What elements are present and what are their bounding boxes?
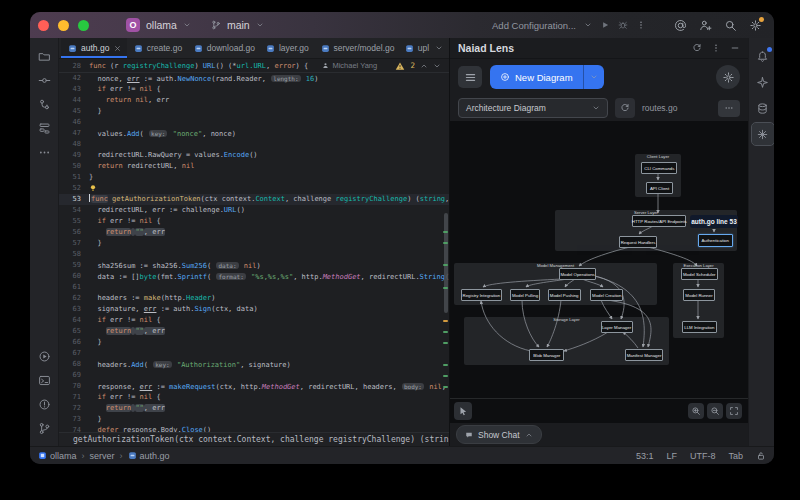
ai-assistant-icon[interactable] (752, 71, 774, 93)
code-line[interactable]: 70 response, err := makeRequest(ctx, htt… (59, 381, 449, 392)
panel-refresh-icon[interactable] (692, 43, 702, 53)
code-line[interactable]: 55 if err != nil { (59, 216, 449, 227)
git-branch-icon[interactable] (33, 417, 55, 439)
diagram-node-request-handlers[interactable]: Request Handlers (619, 236, 657, 248)
prev-warning-icon[interactable] (420, 62, 428, 70)
code-line[interactable]: 61 (59, 282, 449, 293)
next-warning-icon[interactable] (433, 62, 441, 70)
diagram-node-api-client[interactable]: API Client (646, 182, 673, 194)
code-line[interactable]: 68 headers.Add( key: "Authorization", si… (59, 359, 449, 370)
run-icon[interactable] (600, 20, 610, 30)
code-line[interactable]: 44 return nil, err (59, 95, 449, 106)
code-line[interactable]: 60 data := []byte(fmt.Sprintf( format: "… (59, 271, 449, 282)
close-window-button[interactable] (38, 20, 49, 31)
settings-gear-icon[interactable] (749, 19, 762, 32)
encoding[interactable]: UTF-8 (690, 451, 716, 461)
diagram-canvas[interactable]: Client LayerServer LayerModel Management… (450, 121, 748, 423)
code-line[interactable]: 62 headers := make(http.Header) (59, 293, 449, 304)
diagram-node-model-operations[interactable]: Model Operations (559, 268, 596, 280)
project-name[interactable]: ollama (146, 19, 177, 31)
code-line[interactable]: 45 } (59, 106, 449, 117)
code-line[interactable]: 72 return "", err (59, 403, 449, 414)
code-line[interactable]: 48 (59, 139, 449, 150)
code-line[interactable]: 67 (59, 348, 449, 359)
more-actions-icon[interactable] (636, 20, 646, 30)
tab-download-go[interactable]: download.go (187, 38, 259, 58)
diagram-node-manifest-manager[interactable]: Manifest Manager (625, 349, 663, 361)
code-line[interactable]: 64 if err != nil { (59, 315, 449, 326)
editor-scrollbar[interactable] (444, 213, 448, 313)
code-line[interactable]: 56 return "", err (59, 227, 449, 238)
menu-button[interactable] (458, 66, 482, 88)
diagram-node-blob-manager[interactable]: Blob Manager (529, 349, 564, 361)
diagram-node-registry-integration[interactable]: Registry Integration (461, 289, 502, 301)
code-line[interactable]: 52 (59, 183, 449, 194)
tab-create-go[interactable]: create.go (127, 38, 187, 58)
diagram-node-model-scheduler[interactable]: Model Scheduler (681, 268, 718, 280)
close-tab-icon[interactable] (113, 44, 122, 53)
code-line[interactable]: 51} (59, 172, 449, 183)
diagram-node-layer-manager[interactable]: Layer Manager (601, 321, 633, 333)
line-ending[interactable]: LF (666, 451, 677, 461)
problems-icon[interactable] (33, 393, 55, 415)
fit-to-screen-button[interactable] (726, 403, 742, 419)
code-line[interactable]: 50 return redirectURL, nil (59, 161, 449, 172)
cursor-tool-button[interactable] (454, 402, 472, 420)
breadcrumb-item[interactable]: server (90, 451, 115, 461)
code-line[interactable]: 47 values.Add( key: "nonce", nonce) (59, 128, 449, 139)
search-everywhere-icon[interactable] (724, 19, 737, 32)
diagram-node-http-routes[interactable]: HTTP Routes/API Endpoints (632, 215, 686, 227)
code-line[interactable]: 57 } (59, 238, 449, 249)
code-line[interactable]: 59 sha256sum := sha256.Sum256( data: nil… (59, 260, 449, 271)
run-configuration-select[interactable]: Add Configuration... (492, 20, 576, 31)
zoom-window-button[interactable] (78, 20, 89, 31)
sync-button[interactable] (615, 98, 635, 118)
run-icon[interactable] (33, 345, 55, 367)
zoom-out-button[interactable] (707, 403, 723, 419)
panel-kebab-icon[interactable] (711, 43, 721, 53)
code-editor[interactable]: 42 nonce, err := auth.NewNonce(rand.Read… (59, 73, 449, 432)
diagram-node-model-creation[interactable]: Model Creation (590, 289, 623, 301)
code-line[interactable]: 74 defer response.Body.Close() (59, 425, 449, 432)
terminal-icon[interactable] (33, 369, 55, 391)
indent-style[interactable]: Tab (728, 451, 743, 461)
code-line[interactable]: 53func getAuthorizationToken(ctx context… (59, 194, 449, 205)
minimize-window-button[interactable] (58, 20, 69, 31)
code-line[interactable]: 69 (59, 370, 449, 381)
at-icon[interactable] (674, 19, 687, 32)
code-line[interactable]: 49 redirectURL.RawQuery = values.Encode(… (59, 150, 449, 161)
debug-icon[interactable] (618, 20, 628, 30)
naiad-lens-icon[interactable] (752, 123, 774, 145)
structure-icon[interactable] (33, 117, 55, 139)
code-line[interactable]: 54 redirectURL, err := challenge.URL() (59, 205, 449, 216)
panel-minus-icon[interactable] (730, 43, 740, 53)
warning-icon[interactable] (395, 61, 405, 71)
tab-layer-go[interactable]: layer.go (259, 38, 314, 58)
diagram-node-cli-commands[interactable]: CLI Commands (641, 162, 677, 174)
new-diagram-dropdown[interactable] (583, 65, 604, 89)
lens-settings-button[interactable] (716, 65, 740, 89)
database-icon[interactable] (752, 97, 774, 119)
sticky-function-header[interactable]: 28 func (r registryChallenge) URL() (*ur… (59, 59, 449, 73)
intention-bulb-icon[interactable] (89, 184, 97, 192)
caret-position[interactable]: 53:1 (636, 451, 654, 461)
code-line[interactable]: 46 (59, 117, 449, 128)
project-folder-icon[interactable] (33, 45, 55, 67)
tab-upl[interactable]: upl (398, 38, 435, 58)
hidden-tabs-chevron-icon[interactable] (435, 44, 449, 52)
tab-server-model-go[interactable]: server/model.go (314, 38, 398, 58)
diagram-more-button[interactable] (718, 100, 740, 117)
show-chat-button[interactable]: Show Chat (456, 425, 542, 444)
notifications-icon[interactable] (752, 45, 774, 67)
code-line[interactable]: 58 (59, 249, 449, 260)
more-icon[interactable] (33, 141, 55, 163)
branch-name[interactable]: main (227, 19, 250, 31)
breadcrumb-item[interactable]: ollama (38, 451, 77, 461)
code-line[interactable]: 43 if err != nil { (59, 84, 449, 95)
zoom-in-button[interactable] (688, 403, 704, 419)
code-line[interactable]: 63 signature, err := auth.Sign(ctx, data… (59, 304, 449, 315)
code-line[interactable]: 71 if err != nil { (59, 392, 449, 403)
diagram-type-select[interactable]: Architecture Diagram (458, 98, 608, 118)
code-line[interactable]: 73 } (59, 414, 449, 425)
breadcrumb-item[interactable]: auth.go (128, 451, 170, 461)
